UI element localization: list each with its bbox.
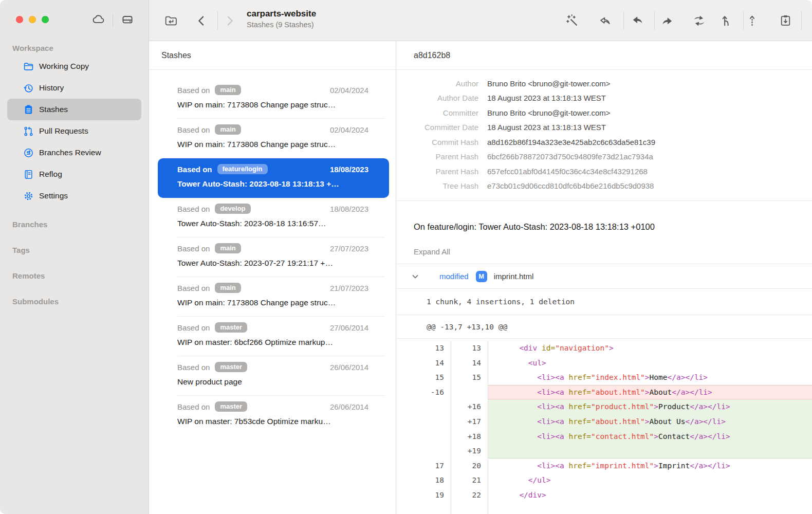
meta-value: 18 August 2023 at 13:18:13 WEST [487,94,606,102]
sidebar-section-tags[interactable]: Tags [0,237,149,263]
stash-item-meta: Based onmain02/04/2024 [177,123,368,136]
diff-line: 1313 <div id="navigation"> [396,341,812,356]
stash-title: WIP on main: 7173808 Change page struc… [177,99,368,111]
stash-list-item[interactable]: Based onmain02/04/2024WIP on main: 71738… [158,119,389,158]
stash-list-item[interactable]: Based onmain21/07/2023WIP on main: 71738… [158,277,389,317]
stash-list-item[interactable]: Based onmaster26/06/2014WIP on master: 7… [158,396,389,435]
back-chevron-icon[interactable] [193,12,210,29]
old-line-number: 19 [396,488,451,503]
new-line-number: 14 [451,356,488,371]
diff-line: 1720 <li><a href="imprint.html">Imprint<… [396,458,812,473]
meta-label: Commit Hash [396,138,478,146]
sidebar-sections: BranchesTagsRemotesSubmodules [0,212,149,315]
meta-row: Parent Hash6bcf266b78872073d750c94809fe7… [396,150,812,164]
meta-row: Parent Hash657efcc01abf0d4145f0c36c4c34e… [396,164,812,179]
close-button[interactable] [16,16,23,23]
stash-clipboard-icon [23,104,34,115]
stash-date: 27/07/2023 [330,244,368,253]
stash-list-item[interactable]: Based onmaster26/06/2014New product page [158,356,389,396]
diff-code: <li><a href="about.html">About</a></li> [488,385,812,400]
modified-badge: M [476,271,487,282]
stash-list-pane: Stashes Based onmain02/04/2024WIP on mai… [149,41,396,514]
old-line-number [396,444,451,458]
new-line-number [451,385,488,400]
toolbar-divider [801,11,802,30]
stash-title: WIP on main: 7173808 Change page struc… [177,297,368,309]
sidebar-item-label: Stashes [39,105,68,114]
file-name: imprint.html [494,272,534,281]
sidebar-item-working-copy[interactable]: Working Copy [7,56,141,77]
toolbar-divider [217,11,218,30]
sidebar-item-history[interactable]: History [7,77,141,99]
sidebar-item-pull-requests[interactable]: Pull Requests [7,120,141,142]
sidebar-item-label: Working Copy [39,62,89,71]
file-status-label: modified [439,272,469,281]
sidebar-section-branches[interactable]: Branches [0,212,149,237]
old-line-number: 15 [396,370,451,385]
toolbar-divider [623,11,624,30]
branch-badge: master [215,362,247,372]
stash-item-meta: Based onmain02/04/2024 [177,84,368,96]
stash-list-item[interactable]: Based ondevelop18/08/2023Tower Auto-Stas… [158,198,389,237]
stash-title: Tower Auto-Stash: 2023-08-18 13:18:13 +… [177,178,368,190]
stash-list-item[interactable]: Based onmain02/04/2024WIP on main: 71738… [158,79,389,119]
drive-icon[interactable] [120,12,135,28]
stash-list-item[interactable]: Based onfeature/login18/08/2023Tower Aut… [158,158,389,198]
new-line-number: 21 [451,473,488,488]
old-line-number: -16 [396,385,451,400]
stash-list-item[interactable]: Based onmain27/07/2023Tower Auto-Stash: … [158,237,389,277]
stash-apply-icon[interactable] [777,12,793,29]
sidebar-item-stashes[interactable]: Stashes [7,99,141,120]
meta-value: 657efcc01abf0d4145f0c36c4c34e8cf43291268 [487,167,648,176]
diff-line: 1922 </div> [396,488,812,503]
stash-list-item[interactable]: Based onmaster27/06/2014WIP on master: 6… [158,317,389,356]
minimize-button[interactable] [29,16,36,23]
sidebar-section-submodules[interactable]: Submodules [0,289,149,315]
sidebar-section-workspace[interactable]: Workspace [0,43,149,53]
new-line-number: 22 [451,488,488,503]
zoom-button[interactable] [42,16,49,23]
branch-badge: main [215,124,241,135]
based-on-label: Based on [177,402,210,411]
stash-date: 18/08/2023 [330,205,368,213]
repo-folder-icon[interactable] [162,12,179,29]
meta-value: 6bcf266b78872073d750c94809fe73d21ac7934a [487,152,653,161]
old-line-number: 18 [396,473,451,488]
stash-item-meta: Based ondevelop18/08/2023 [177,203,368,215]
push-arrow-icon[interactable] [659,12,675,29]
diff-code: </div> [488,488,812,503]
meta-label: Committer [396,108,478,117]
fetch-sync-icon[interactable] [691,12,707,29]
based-on-label: Based on [177,165,212,174]
sidebar-section-remotes[interactable]: Remotes [0,263,149,289]
stash-detail-pane: a8d162b8 AuthorBruno Brito <bruno@git-to… [396,41,812,514]
stash-items: Based onmain02/04/2024WIP on main: 71738… [149,70,396,435]
sidebar-item-branches-review[interactable]: Branches Review [7,142,141,163]
meta-value: Bruno Brito <bruno@git-tower.com> [487,108,611,117]
forward-chevron-icon [221,12,237,29]
new-line-number: +17 [451,414,488,429]
diff-code: <li><a href="about.html">About Us</a></l… [488,414,812,429]
meta-value: a8d162b86f194a323e3e425ab2c6c63da5e81c39 [487,138,655,146]
cloud-icon[interactable] [90,12,106,28]
merge-branch-icon[interactable] [718,12,734,29]
pull-arrow-icon[interactable] [629,12,645,29]
based-on-label: Based on [177,125,210,134]
sidebar-item-reflog[interactable]: Reflog [7,163,141,185]
undo-icon[interactable] [597,12,613,29]
sidebar-content: Workspace Working CopyHistoryStashesPull… [0,43,149,315]
chevron-down-icon[interactable] [411,272,419,281]
diff-gutter-filler [396,503,812,514]
expand-all-button[interactable]: Expand All [396,233,812,264]
quick-actions-wand-icon[interactable] [564,12,580,29]
sidebar-item-label: Branches Review [39,148,101,157]
sidebar-nav: Working CopyHistoryStashesPull RequestsB… [0,56,149,207]
new-line-number: +19 [451,444,488,458]
old-line-number [396,429,451,444]
rebase-arrow-icon[interactable] [744,12,760,29]
new-line-number: +18 [451,429,488,444]
diff-line: +19 [396,444,812,458]
changed-file-row[interactable]: modified M imprint.html [396,264,812,289]
sidebar-item-settings[interactable]: Settings [7,185,141,207]
stash-item-meta: Based onmaster26/06/2014 [177,361,368,373]
